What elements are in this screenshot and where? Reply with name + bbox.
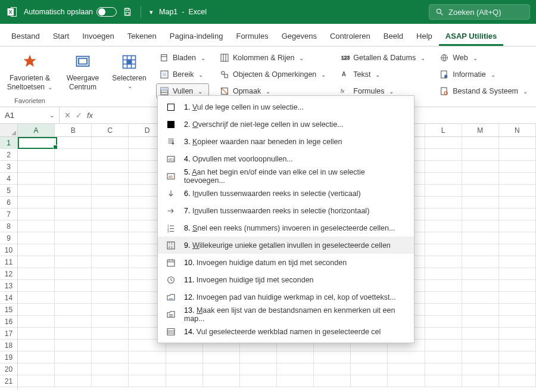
cell[interactable] <box>55 244 92 256</box>
cell[interactable] <box>499 149 536 161</box>
cell[interactable] <box>499 220 536 232</box>
cell[interactable] <box>425 363 462 375</box>
cell[interactable] <box>277 363 314 375</box>
cancel-formula-icon[interactable]: ✕ <box>64 111 71 120</box>
getallen-button[interactable]: 123Getallen & Datums⌄ <box>336 50 429 66</box>
cell[interactable] <box>425 256 462 268</box>
cell[interactable] <box>18 256 55 268</box>
cell[interactable] <box>499 137 536 149</box>
cell[interactable] <box>18 304 55 316</box>
cell[interactable] <box>55 220 92 232</box>
cell[interactable] <box>462 244 499 256</box>
cell[interactable] <box>351 363 388 375</box>
row-header[interactable]: 20 <box>0 363 17 375</box>
cell[interactable] <box>92 268 129 280</box>
cell[interactable] <box>425 161 462 173</box>
web-button[interactable]: Web⌄ <box>436 50 531 66</box>
menu-item[interactable]: 14. Vul geselecteerde werkblad namen in … <box>158 323 414 340</box>
column-header[interactable]: C <box>92 124 129 136</box>
cell[interactable] <box>92 351 129 363</box>
cell[interactable] <box>425 137 462 149</box>
search-box[interactable]: Zoeken (Alt+Q) <box>429 4 530 20</box>
cell[interactable] <box>499 244 536 256</box>
cell[interactable] <box>499 328 536 340</box>
cell[interactable] <box>425 316 462 328</box>
cell[interactable] <box>351 351 388 363</box>
row-header[interactable]: 3 <box>0 161 17 173</box>
tab-gegevens[interactable]: Gegevens <box>275 26 323 46</box>
cell[interactable] <box>240 351 277 363</box>
cell[interactable] <box>499 304 536 316</box>
tab-controleren[interactable]: Controleren <box>323 26 377 46</box>
cell[interactable] <box>92 256 129 268</box>
select-all-corner[interactable] <box>0 124 17 137</box>
cell[interactable] <box>499 185 536 197</box>
cell[interactable] <box>425 375 462 387</box>
cell[interactable] <box>462 232 499 244</box>
cell[interactable] <box>55 197 92 209</box>
cell[interactable] <box>425 340 462 351</box>
cell[interactable] <box>314 375 351 387</box>
cell[interactable] <box>499 292 536 304</box>
cell[interactable] <box>499 363 536 375</box>
menu-item[interactable]: 6. Invullen tussenwaarden reeks in selec… <box>158 185 414 202</box>
selecteren-button[interactable]: Selecteren ⌄ <box>107 49 152 93</box>
save-icon[interactable] <box>123 7 132 17</box>
menu-item[interactable]: 10. Invoegen huidige datum en tijd met s… <box>158 254 414 271</box>
cell[interactable] <box>425 209 462 220</box>
column-header[interactable]: B <box>55 124 92 136</box>
cell[interactable] <box>18 209 55 220</box>
cell[interactable] <box>499 232 536 244</box>
name-box[interactable]: A1 ⌄ <box>0 107 60 123</box>
cell[interactable] <box>499 161 536 173</box>
cell[interactable] <box>18 280 55 292</box>
cell[interactable] <box>499 209 536 220</box>
tab-invoegen[interactable]: Invoegen <box>76 26 121 46</box>
cell[interactable] <box>92 137 129 149</box>
cell[interactable] <box>55 340 92 351</box>
row-header[interactable]: 13 <box>0 280 17 292</box>
cell[interactable] <box>92 292 129 304</box>
cell[interactable] <box>92 280 129 292</box>
cell[interactable] <box>388 363 425 375</box>
cell[interactable] <box>55 328 92 340</box>
menu-item[interactable]: ab5. Aan het begin en/of einde van elke … <box>158 167 414 185</box>
cell[interactable] <box>499 268 536 280</box>
cell[interactable] <box>92 375 129 387</box>
cell[interactable] <box>55 375 92 387</box>
cell[interactable] <box>18 185 55 197</box>
cell[interactable] <box>129 375 166 387</box>
cell[interactable] <box>18 197 55 209</box>
tab-start[interactable]: Start <box>46 26 76 46</box>
row-header[interactable]: 1 <box>0 137 17 149</box>
cell[interactable] <box>499 197 536 209</box>
bestand-systeem-button[interactable]: Bestand & Systeem⌄ <box>436 83 531 99</box>
favorites-button[interactable]: Favorieten & Sneltoetsen ⌄ <box>4 49 56 94</box>
row-header[interactable]: 7 <box>0 209 17 220</box>
tab-beeld[interactable]: Beeld <box>377 26 410 46</box>
cell[interactable] <box>240 363 277 375</box>
bladen-button[interactable]: Bladen⌄ <box>156 50 209 66</box>
row-header[interactable]: 10 <box>0 244 17 256</box>
cell[interactable] <box>55 351 92 363</box>
row-header[interactable]: 6 <box>0 197 17 209</box>
cell[interactable] <box>351 375 388 387</box>
cell[interactable] <box>18 149 55 161</box>
cell[interactable] <box>92 340 129 351</box>
cell[interactable] <box>129 363 166 375</box>
tab-help[interactable]: Help <box>410 26 439 46</box>
cell[interactable] <box>462 363 499 375</box>
cell[interactable] <box>462 316 499 328</box>
cell[interactable] <box>55 161 92 173</box>
cell[interactable] <box>55 268 92 280</box>
tab-pagina-indeling[interactable]: Pagina-indeling <box>163 26 230 46</box>
cell[interactable] <box>18 351 55 363</box>
cell[interactable] <box>18 173 55 185</box>
cell[interactable] <box>55 256 92 268</box>
cell[interactable] <box>18 316 55 328</box>
cell[interactable] <box>203 351 240 363</box>
cell[interactable] <box>55 137 92 149</box>
tab-formules[interactable]: Formules <box>229 26 275 46</box>
tab-asap-utilities[interactable]: ASAP Utilities <box>439 26 503 46</box>
cell[interactable] <box>55 232 92 244</box>
